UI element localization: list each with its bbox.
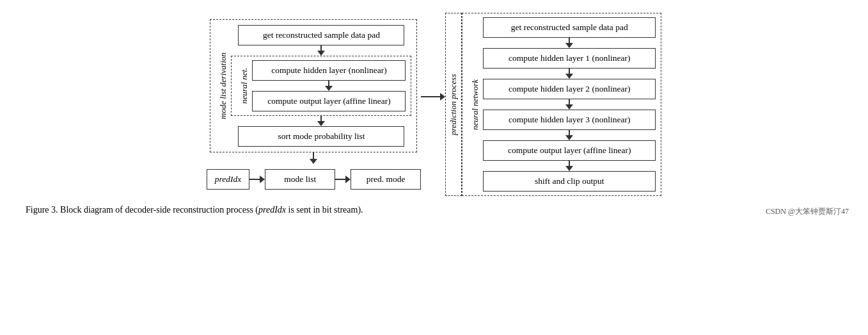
left-output-box: compute output layer (affine linear)	[252, 91, 406, 111]
mode-list-box: mode list	[265, 169, 335, 190]
right-output-box: compute output layer (affine linear)	[483, 140, 656, 161]
caption-text2: is sent in bit stream).	[286, 205, 363, 215]
r-arrow2	[565, 69, 573, 79]
right-boxes: get reconstructed sample data pad comput…	[483, 17, 656, 192]
arrow1	[317, 45, 325, 56]
left-hidden-box: compute hidden layer (nonlinear)	[252, 60, 406, 81]
pred-idx-box: predIdx	[207, 169, 249, 190]
right-inner-dashed: neural network get reconstructed sample …	[462, 13, 661, 196]
right-shift-box: shift and clip output	[483, 171, 656, 192]
r-arrow1	[565, 38, 573, 48]
arrow-line-h	[421, 96, 440, 97]
diagram: mode list derivation get reconstructed s…	[19, 13, 849, 196]
left-inner-label: neural net.	[237, 60, 252, 111]
arrow4	[310, 152, 317, 164]
left-top-box: get reconstructed sample data pad	[238, 25, 404, 45]
right-hidden2-box: compute hidden layer 2 (nonlinear)	[483, 79, 656, 99]
caption-text1: Figure 3. Block diagram of decoder-side …	[26, 205, 258, 215]
bottom-row: predIdx mode list pred. mode	[207, 169, 421, 190]
arrow2	[325, 81, 333, 91]
left-neural-boxes: compute hidden layer (nonlinear) compute…	[252, 60, 406, 111]
right-hidden1-box: compute hidden layer 1 (nonlinear)	[483, 48, 656, 69]
left-outer-dashed-box: mode list derivation get reconstructed s…	[210, 19, 417, 152]
right-hidden3-box: compute hidden layer 3 (nonlinear)	[483, 110, 656, 130]
caption-italic: predIdx	[258, 205, 286, 215]
left-inner-dashed: neural net. compute hidden layer (nonlin…	[231, 56, 411, 116]
right-neural-label: neural network	[468, 17, 483, 192]
r-arrow4	[565, 130, 573, 140]
connecting-arrow	[421, 5, 445, 188]
left-outer-label: mode list derivation	[216, 25, 231, 147]
right-top-box: get reconstructed sample data pad	[483, 17, 656, 38]
arrow-right-1	[249, 176, 265, 183]
prediction-label: prediction process	[445, 13, 462, 196]
left-diagram: mode list derivation get reconstructed s…	[207, 19, 421, 190]
r-arrow5	[565, 161, 573, 171]
right-diagram: prediction process neural network get re…	[445, 13, 661, 196]
caption: Figure 3. Block diagram of decoder-side …	[19, 205, 849, 217]
arrow-right-2	[335, 176, 351, 183]
r-arrow3	[565, 99, 573, 110]
watermark: CSDN @大笨钟贾斯汀47	[766, 206, 849, 217]
pred-mode-box: pred. mode	[351, 169, 421, 190]
arrow3	[317, 116, 325, 126]
left-sort-box: sort mode probability list	[238, 126, 404, 147]
